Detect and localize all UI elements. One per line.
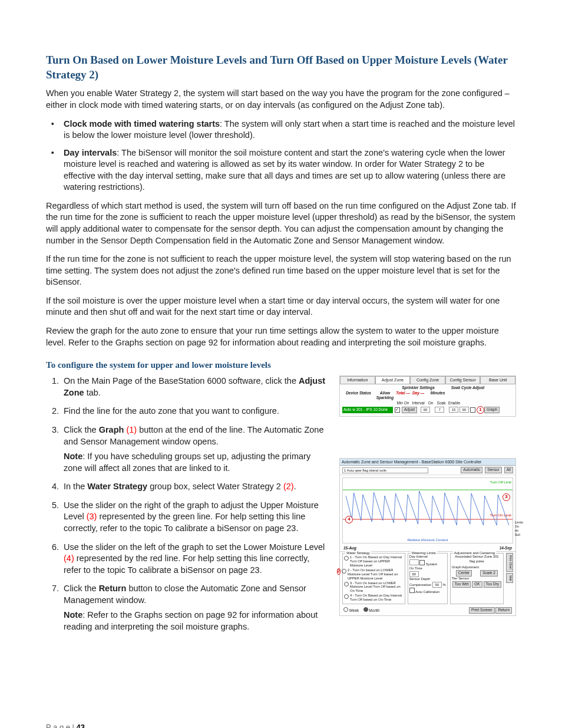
bullet-item: Day intervals: The biSensor will monitor… — [61, 147, 516, 193]
lower-limit-label: Turn On Limit — [490, 513, 511, 517]
callout-4: 4 — [345, 516, 353, 523]
window-title: Automatic Zone and Sensor Management - B… — [340, 459, 515, 466]
print-chart-button[interactable]: Print Chart — [506, 553, 513, 572]
body-paragraph: If the run time for the zone is not suff… — [46, 253, 516, 288]
step-item: Click the Return button to close the Aut… — [61, 583, 329, 633]
all-button[interactable]: All — [504, 467, 513, 473]
enable-checkbox[interactable] — [470, 407, 475, 413]
bullet-list: Clock mode with timed watering starts: T… — [46, 118, 516, 193]
auto-cal-checkbox[interactable] — [409, 588, 415, 593]
callout-ref: (3) — [87, 512, 97, 521]
step-item: Click the Graph (1) button at the end of… — [61, 424, 329, 474]
adjustment-centering-group: Adjustment and Centering Associated Sens… — [450, 553, 504, 604]
bullet-rest: : The biSensor will monitor the soil moi… — [64, 148, 505, 192]
interval-input[interactable]: 7 — [435, 407, 444, 413]
ws-radio-3[interactable]: 3 - Turn On based on LOWER Moisture Leve… — [344, 581, 404, 594]
step-item: Use the slider on the right of the graph… — [61, 500, 329, 535]
body-paragraph: Regardless of which start method is used… — [46, 200, 516, 246]
callout-ref: (4) — [64, 554, 74, 563]
screenshot-adjust-zone: Information Adjust Zone Config Zone Conf… — [339, 375, 516, 417]
callout-ref: (2) — [283, 482, 294, 491]
callout-ref: (1) — [126, 425, 137, 434]
date-right: 14-Sep — [500, 546, 512, 551]
graph-button[interactable]: Graph — [484, 407, 500, 413]
zone-select[interactable]: 1 Auto qwe flag island soils — [342, 467, 428, 473]
return-button[interactable]: Return — [495, 607, 512, 614]
ws-radio-1[interactable]: 1 - Turn On Based on Day Interval Turn O… — [344, 555, 404, 568]
scale-button[interactable]: Scale 2 — [480, 570, 498, 577]
callout-1: 1 — [477, 406, 484, 414]
step-item: In the Water Strategy group box, select … — [61, 481, 329, 493]
ws-radio-4[interactable]: 4 - Turn On Based on Day Interval Turn O… — [344, 594, 404, 602]
too-wet-button[interactable]: Too Wet — [452, 581, 471, 588]
page-footer: P a g e | 43 — [46, 722, 516, 728]
sensor-depth-input[interactable]: 50 — [432, 582, 442, 588]
tab-config-sensor[interactable]: Config Sensor — [445, 376, 481, 384]
bullet-lead: Day intervals — [64, 148, 117, 157]
col-soak-cycle: Soak Cycle Adjust — [441, 386, 494, 391]
bullet-item: Clock mode with timed watering starts: T… — [61, 118, 516, 141]
allow-sparkling-checkbox[interactable] — [395, 407, 400, 413]
col-device-status: Device Status — [342, 391, 375, 401]
soak-input[interactable]: 60 — [459, 407, 469, 413]
upper-limit-label: Turn Off Limit — [490, 480, 511, 484]
ok-button[interactable]: OK — [472, 581, 482, 588]
callout-2: 2 — [337, 568, 340, 575]
col-sprinkler-settings: Sprinkler Settings — [395, 386, 441, 391]
center-button[interactable]: Center — [456, 570, 472, 577]
step-item: On the Main Page of the BaseStation 6000… — [61, 375, 329, 398]
zone-row-label: Auto w 201 - IPS 10 Done — [342, 407, 393, 413]
sub-title: To configure the system for upper and lo… — [46, 359, 516, 371]
print-screen-button[interactable]: Print Screen — [469, 607, 495, 614]
bullet-lead: Clock mode with timed watering starts — [64, 119, 220, 129]
screenshot-auto-zone-sensor-mgmt: Automatic Zone and Sensor Management - B… — [339, 458, 516, 616]
too-dry-button[interactable]: Too Dry — [484, 581, 501, 588]
on-input[interactable]: 15 — [449, 407, 458, 413]
watering-limits-group: Watering Limits Day Interval System On T… — [408, 553, 448, 604]
adjust-button[interactable]: Adjust — [402, 407, 417, 413]
tab-base-unit[interactable]: Base Unit — [480, 376, 515, 384]
intro-paragraph: When you enable Water Strategy 2, the sy… — [46, 88, 516, 111]
mail-button[interactable]: Mail — [506, 573, 513, 583]
moisture-graph: Turn Off Limit Turn On Limit 3 4 Relativ… — [342, 477, 513, 543]
step-item: Use the slider on the left of the graph … — [61, 542, 329, 577]
section-title: Turn On Based on Lower Moisture Levels a… — [46, 53, 516, 82]
on-time-input[interactable]: 60 — [409, 571, 419, 577]
step-item: Find the line for the auto zone that you… — [61, 406, 329, 417]
ws-radio-2[interactable]: 2 2 - Turn On based on LOWER Moisture Le… — [344, 568, 404, 581]
body-paragraph: If the soil moisture is over the upper m… — [46, 295, 516, 318]
sensor-button[interactable]: Sensor — [485, 467, 502, 473]
callout-3: 3 — [503, 493, 510, 501]
col-allow-sparkling: Allow Sparkling — [375, 391, 395, 401]
axis-label: Relative Moisture Content — [407, 538, 448, 542]
body-paragraph: Review the graph for the auto zone to en… — [46, 325, 516, 348]
water-strategy-group: Water Strategy 1 - Turn On Based on Day … — [342, 553, 405, 604]
automatic-button[interactable]: Automatic — [461, 467, 482, 473]
tab-adjust-zone[interactable]: Adjust Zone — [375, 376, 411, 384]
tab-information[interactable]: Information — [340, 376, 375, 384]
min-on-input[interactable]: 60 — [421, 407, 430, 413]
tab-config-zone[interactable]: Config Zone — [410, 376, 445, 384]
steps-list: On the Main Page of the BaseStation 6000… — [46, 375, 329, 633]
